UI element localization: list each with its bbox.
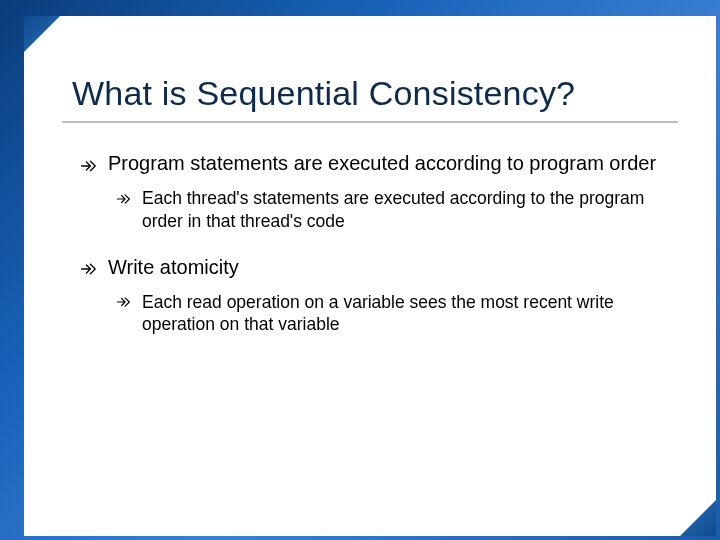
bullet-level-2: Each thread's statements are executed ac… xyxy=(116,187,668,233)
bullet-text: Write atomicity xyxy=(108,255,239,281)
slide-content: What is Sequential Consistency? Program … xyxy=(24,16,716,536)
arrow-bullet-icon xyxy=(80,151,96,177)
arrow-bullet-icon xyxy=(116,291,130,313)
bullet-level-1: Program statements are executed accordin… xyxy=(80,151,668,177)
arrow-bullet-icon xyxy=(116,187,130,209)
bullet-text: Each read operation on a variable sees t… xyxy=(142,291,668,337)
bullet-text: Each thread's statements are executed ac… xyxy=(142,187,668,233)
bullet-level-2: Each read operation on a variable sees t… xyxy=(116,291,668,337)
slide-title: What is Sequential Consistency? xyxy=(72,74,668,113)
arrow-bullet-icon xyxy=(80,255,96,281)
bullet-text: Program statements are executed accordin… xyxy=(108,151,656,177)
title-underline xyxy=(62,121,678,123)
bullet-level-1: Write atomicity xyxy=(80,255,668,281)
